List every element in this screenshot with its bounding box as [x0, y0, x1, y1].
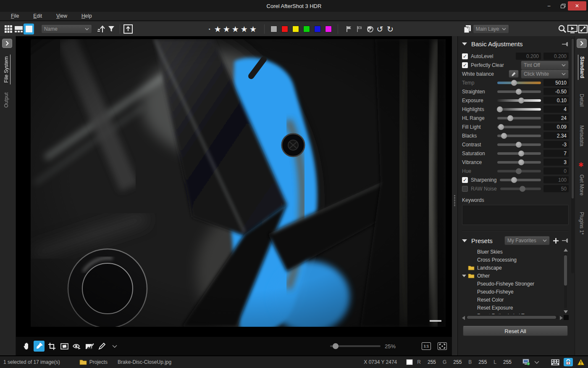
sort-field-dropdown[interactable]: Name [41, 24, 92, 34]
preset-item-reset-exposure[interactable]: Reset Exposure [462, 304, 569, 312]
white-balance-dropper-tool-button[interactable] [34, 341, 45, 352]
sharpening-slider-thumb[interactable] [511, 177, 517, 183]
left-tab-file-system[interactable]: File System [3, 55, 10, 85]
add-preset-button[interactable] [553, 238, 559, 244]
sharpening-slider[interactable] [500, 177, 541, 183]
raw-noise-slider-thumb[interactable] [520, 186, 525, 192]
vibrance-value[interactable]: 3 [543, 159, 569, 166]
saturation-value[interactable]: 7 [543, 150, 569, 157]
export-button[interactable] [123, 24, 133, 34]
blacks-value[interactable]: 2.34 [543, 132, 569, 139]
slideshow-button[interactable] [567, 24, 578, 34]
splitter-grip[interactable] [454, 195, 455, 206]
hl-range-slider[interactable] [497, 115, 541, 121]
redeye-tool-button[interactable] [71, 341, 82, 352]
preset-item-reset-rating-label-tags[interactable]: Reset Rating Label Tags [462, 312, 569, 314]
zoom-fit-button[interactable] [438, 342, 447, 350]
fill-light-slider[interactable] [497, 124, 541, 130]
undo-button[interactable]: ↺ [375, 24, 385, 34]
scroll-up-arrow[interactable] [564, 249, 568, 252]
highlights-slider-thumb[interactable] [497, 106, 503, 112]
left-tab-output[interactable]: Output [3, 91, 10, 109]
tool-options-chevron[interactable] [109, 341, 120, 352]
warning-button[interactable] [577, 359, 585, 365]
close-button[interactable]: ✕ [568, 1, 586, 11]
filter-button[interactable] [106, 24, 116, 34]
temp-slider[interactable] [497, 80, 541, 86]
preset-item-bluer-skies[interactable]: Bluer Skies [462, 248, 569, 256]
scrollbar-thumb[interactable] [564, 255, 567, 286]
autolevel-checkbox[interactable] [462, 53, 468, 59]
clear-rating-button[interactable]: • [208, 27, 211, 32]
straighten-slider-thumb[interactable] [516, 89, 522, 95]
fill-light-value[interactable]: 0.09 [543, 123, 569, 130]
scroll-down-arrow[interactable] [564, 310, 568, 313]
exposure-value[interactable]: 0.10 [543, 97, 569, 104]
saturation-slider[interactable] [497, 151, 541, 156]
color-label-4[interactable] [314, 26, 321, 32]
color-profile-button[interactable] [522, 359, 530, 365]
flag-pick-button[interactable] [344, 24, 354, 34]
fill-light-slider-thumb[interactable] [498, 124, 504, 130]
preset-item-cross-processing[interactable]: Cross Processing [462, 256, 569, 264]
hl-range-value[interactable]: 24 [543, 114, 569, 122]
vibrance-slider[interactable] [497, 159, 541, 165]
expand-right-panel-button[interactable] [577, 39, 587, 48]
hl-range-slider-thumb[interactable] [507, 115, 513, 121]
star-icon[interactable]: ★ [214, 24, 221, 34]
blemish-tool-button[interactable] [97, 341, 108, 352]
crop-tool-button[interactable] [46, 341, 57, 352]
color-label-0[interactable] [270, 26, 277, 32]
right-tab-plugins-1-[interactable]: Plugins 1* [578, 210, 585, 236]
raw-noise-checkbox[interactable] [462, 186, 468, 192]
exposure-slider-thumb[interactable] [518, 98, 524, 103]
layers-button[interactable] [462, 24, 472, 34]
thumbnail-grid-view-button[interactable] [3, 24, 13, 34]
right-tab-detail[interactable]: Detail [578, 92, 585, 109]
contrast-value[interactable]: -3 [543, 141, 569, 148]
raw-noise-value[interactable]: 50 [543, 185, 569, 192]
zoom-slider-thumb[interactable] [333, 343, 339, 349]
contrast-slider[interactable] [497, 142, 541, 148]
keywords-input[interactable] [462, 205, 569, 225]
presets-folder-dropdown[interactable]: My Favorites [504, 236, 550, 245]
pin-icon[interactable] [562, 42, 569, 46]
blacks-slider-thumb[interactable] [501, 133, 507, 139]
preset-item-landscape[interactable]: Landscape [462, 264, 569, 272]
status-options-chevron[interactable] [534, 361, 539, 364]
perfectly-clear-checkbox[interactable] [462, 62, 468, 68]
right-tab-metadata[interactable]: Metadata [578, 124, 585, 148]
color-label-1[interactable] [281, 26, 288, 32]
preset-item-pseudo-fisheye[interactable]: Pseudo-Fisheye [462, 288, 569, 296]
menu-view[interactable]: View [54, 12, 70, 20]
minimize-button[interactable]: – [543, 1, 555, 11]
sharpening-slider-track[interactable] [500, 179, 541, 181]
shortcut-keys-button[interactable] [551, 359, 559, 365]
highlights-value[interactable]: 4 [543, 106, 569, 113]
temp-slider-thumb[interactable] [511, 80, 517, 86]
star-icon[interactable]: ★ [241, 24, 248, 34]
collapse-basic-adjustments-icon[interactable] [462, 42, 467, 45]
redo-button[interactable]: ↻ [385, 24, 395, 34]
contrast-slider-thumb[interactable] [516, 142, 522, 148]
filmstrip-view-button[interactable] [13, 24, 24, 34]
color-label-3[interactable] [303, 26, 310, 32]
white-balance-dropdown[interactable]: Click White [521, 69, 569, 79]
blacks-slider[interactable] [497, 133, 541, 139]
scroll-left-arrow[interactable] [462, 316, 465, 320]
hue-slider-thumb[interactable] [516, 168, 522, 174]
fullscreen-button[interactable] [578, 24, 588, 34]
right-tab-get-more[interactable]: Get More [578, 173, 585, 197]
zoom-actual-size-button[interactable]: 1:1 [422, 342, 431, 350]
retouch-tool-button[interactable] [84, 341, 95, 352]
expand-triangle-icon[interactable] [462, 275, 468, 277]
color-label-2[interactable] [292, 26, 299, 32]
temp-value[interactable]: 5010 [543, 79, 569, 86]
panel-splitter[interactable] [452, 36, 457, 355]
saturation-slider-thumb[interactable] [518, 151, 524, 156]
menu-file[interactable]: File [8, 12, 21, 20]
menu-edit[interactable]: Edit [31, 12, 45, 20]
pan-tool-button[interactable] [21, 341, 32, 352]
magnifier-button[interactable] [557, 24, 567, 34]
hue-slider[interactable] [497, 168, 541, 174]
